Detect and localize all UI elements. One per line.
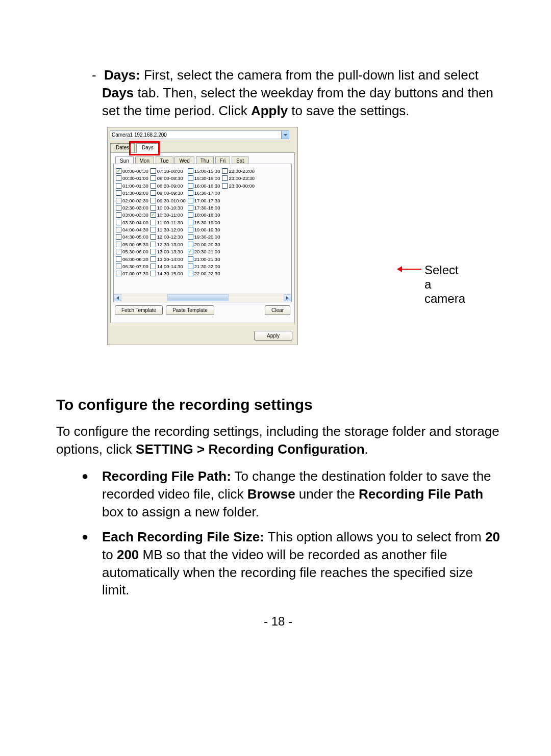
- time-checkbox[interactable]: [116, 271, 121, 276]
- time-checkbox[interactable]: [151, 271, 156, 276]
- time-slot: 03:30-04:00: [116, 219, 148, 226]
- time-slot-label: 12:00-12:30: [157, 234, 183, 240]
- time-slot: 04:00-04:30: [116, 226, 148, 233]
- time-slot-label: 13:30-14:00: [157, 256, 183, 262]
- time-slot-label: 11:30-12:00: [157, 227, 183, 232]
- time-checkbox[interactable]: [116, 212, 121, 218]
- time-slot-label: 17:00-17:30: [194, 198, 220, 203]
- time-checkbox[interactable]: [188, 205, 193, 211]
- time-checkbox[interactable]: [151, 183, 156, 189]
- time-checkbox[interactable]: [188, 190, 193, 196]
- horizontal-scrollbar[interactable]: [114, 294, 291, 302]
- camera-dropdown-value: Camera1 192.168.2.200: [112, 132, 167, 138]
- scroll-left-button[interactable]: [114, 294, 121, 301]
- time-checkbox[interactable]: [151, 227, 156, 232]
- time-checkbox[interactable]: [151, 242, 156, 247]
- time-slot-label: 12:30-13:00: [157, 242, 183, 247]
- time-slot-label: 15:00-15:30: [194, 168, 220, 174]
- time-checkbox[interactable]: [188, 175, 193, 181]
- time-checkbox[interactable]: [151, 190, 156, 196]
- time-slot-label: 09:00-09:30: [157, 190, 183, 196]
- time-checkbox[interactable]: [188, 249, 193, 254]
- time-slot-label: 14:30-15:00: [157, 271, 183, 276]
- time-slot: 01:30-02:00: [116, 189, 148, 196]
- time-checkbox[interactable]: [116, 190, 121, 196]
- time-slot-label: 03:30-04:00: [122, 220, 148, 225]
- time-checkbox[interactable]: [151, 234, 156, 240]
- time-checkbox[interactable]: [116, 242, 121, 247]
- time-slot: 11:00-11:30: [151, 219, 186, 226]
- time-slot: 03:00-03:30: [116, 212, 148, 219]
- time-slot: 15:00-15:30: [188, 167, 220, 174]
- day-tab-wed[interactable]: Wed: [174, 157, 194, 164]
- days-label: Days:: [104, 67, 140, 83]
- paste-template-button[interactable]: Paste Template: [166, 305, 214, 315]
- day-tab-sat[interactable]: Sat: [232, 157, 248, 164]
- time-checkbox[interactable]: [188, 271, 193, 276]
- time-checkbox[interactable]: [188, 168, 193, 174]
- tab-dates[interactable]: Dates: [110, 143, 135, 153]
- day-tab-tue[interactable]: Tue: [156, 157, 173, 164]
- time-checkbox[interactable]: [188, 242, 193, 247]
- time-checkbox[interactable]: [151, 264, 156, 269]
- time-slot-label: 10:30-11:00: [157, 212, 183, 218]
- clear-button[interactable]: Clear: [265, 305, 290, 315]
- time-slot-label: 19:30-20:00: [194, 234, 220, 240]
- time-checkbox[interactable]: [116, 205, 121, 211]
- time-slot: 06:00-06:30: [116, 255, 148, 263]
- day-tab-mon[interactable]: Mon: [135, 157, 154, 164]
- time-slot-label: 23:00-23:30: [229, 175, 255, 181]
- time-checkbox[interactable]: [116, 256, 121, 262]
- time-checkbox[interactable]: [188, 183, 193, 189]
- time-checkbox[interactable]: [151, 168, 156, 174]
- time-checkbox[interactable]: [222, 168, 228, 174]
- time-checkbox[interactable]: [222, 183, 228, 189]
- time-slot: 22:00-22:30: [188, 270, 220, 277]
- time-checkbox[interactable]: [222, 175, 228, 181]
- time-checkbox[interactable]: [116, 227, 121, 232]
- time-checkbox[interactable]: [151, 212, 156, 218]
- time-slot: 10:00-10:30: [151, 204, 186, 211]
- scroll-right-button[interactable]: [284, 294, 291, 301]
- tab-days[interactable]: Days: [136, 143, 159, 153]
- fetch-template-button[interactable]: Fetch Template: [115, 305, 163, 315]
- day-tab-fri[interactable]: Fri: [215, 157, 231, 164]
- time-checkbox[interactable]: [188, 227, 193, 232]
- time-checkbox[interactable]: [188, 198, 193, 203]
- time-checkbox[interactable]: [188, 212, 193, 218]
- dropdown-arrow-button[interactable]: [281, 131, 289, 139]
- time-checkbox[interactable]: [116, 168, 121, 174]
- time-checkbox[interactable]: [151, 249, 156, 254]
- time-column: 00:00-00:3000:30-01:0001:00-01:3001:30-0…: [116, 167, 148, 277]
- time-checkbox[interactable]: [151, 198, 156, 203]
- time-column: 07:30-08:0008:00-08:3008:30-09:0009:00-0…: [151, 167, 186, 277]
- time-slot-label: 06:00-06:30: [122, 256, 148, 262]
- time-checkbox[interactable]: [188, 220, 193, 225]
- time-slot-label: 22:30-23:00: [229, 168, 255, 174]
- day-tab-sun[interactable]: Sun: [115, 157, 134, 164]
- time-slot: 12:30-13:00: [151, 241, 186, 248]
- time-checkbox[interactable]: [188, 264, 193, 269]
- apply-button[interactable]: Apply: [254, 331, 292, 341]
- time-checkbox[interactable]: [116, 234, 121, 240]
- time-slot: 23:00-23:30: [222, 175, 255, 182]
- time-checkbox[interactable]: [116, 183, 121, 189]
- time-checkbox[interactable]: [151, 205, 156, 211]
- time-checkbox[interactable]: [116, 175, 121, 181]
- scroll-thumb[interactable]: [167, 294, 229, 301]
- time-slot: 22:30-23:00: [222, 167, 255, 174]
- time-checkbox[interactable]: [116, 249, 121, 254]
- day-tab-thu[interactable]: Thu: [196, 157, 214, 164]
- camera-dropdown[interactable]: Camera1 192.168.2.200: [110, 131, 289, 139]
- time-checkbox[interactable]: [151, 175, 156, 181]
- time-slot-label: 05:30-06:00: [122, 249, 148, 254]
- time-checkbox[interactable]: [116, 198, 121, 203]
- time-checkbox[interactable]: [151, 256, 156, 262]
- time-slot-label: 04:00-04:30: [122, 227, 148, 232]
- time-checkbox[interactable]: [188, 234, 193, 240]
- select-camera-callout: Select a camera: [424, 263, 465, 306]
- time-checkbox[interactable]: [188, 256, 193, 262]
- time-checkbox[interactable]: [116, 220, 121, 225]
- time-checkbox[interactable]: [151, 220, 156, 225]
- time-checkbox[interactable]: [116, 264, 121, 269]
